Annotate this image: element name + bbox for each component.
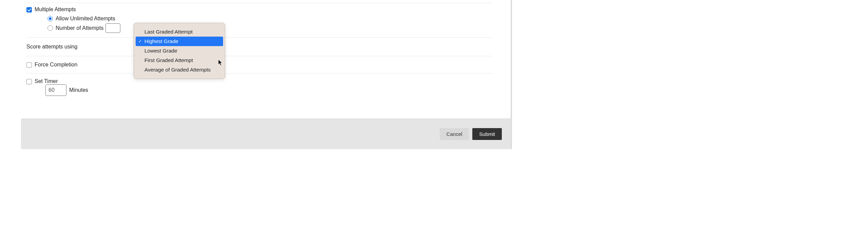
dropdown-option[interactable]: ✓First Graded Attempt xyxy=(136,56,223,65)
dropdown-option[interactable]: ✓Last Graded Attempt xyxy=(136,27,223,37)
cancel-button[interactable]: Cancel xyxy=(440,128,469,140)
score-attempts-dropdown[interactable]: ✓Last Graded Attempt ✓Highest Grade ✓Low… xyxy=(134,23,225,79)
dropdown-option[interactable]: ✓Highest Grade xyxy=(136,37,223,46)
force-completion-checkbox[interactable] xyxy=(26,62,32,68)
allow-unlimited-label: Allow Unlimited Attempts xyxy=(56,16,115,22)
number-of-attempts-radio[interactable] xyxy=(47,25,53,31)
set-timer-label: Set Timer xyxy=(35,78,58,84)
set-timer-checkbox[interactable] xyxy=(26,79,32,84)
number-of-attempts-label: Number of Attempts xyxy=(56,25,103,31)
footer-bar: Cancel Submit xyxy=(21,119,512,149)
dropdown-option[interactable]: ✓Lowest Grade xyxy=(136,46,223,56)
allow-unlimited-radio[interactable] xyxy=(47,16,53,21)
timer-unit-label: Minutes xyxy=(69,87,88,93)
force-completion-label: Force Completion xyxy=(35,62,77,68)
timer-minutes-input[interactable] xyxy=(45,84,66,96)
submit-button[interactable]: Submit xyxy=(472,128,502,140)
score-attempts-label: Score attempts using xyxy=(26,44,113,50)
multiple-attempts-checkbox[interactable] xyxy=(26,7,32,13)
number-of-attempts-input[interactable] xyxy=(105,23,120,33)
dropdown-option[interactable]: ✓Average of Graded Attempts xyxy=(136,65,223,75)
panel-border xyxy=(511,0,512,149)
multiple-attempts-label: Multiple Attempts xyxy=(35,6,76,13)
